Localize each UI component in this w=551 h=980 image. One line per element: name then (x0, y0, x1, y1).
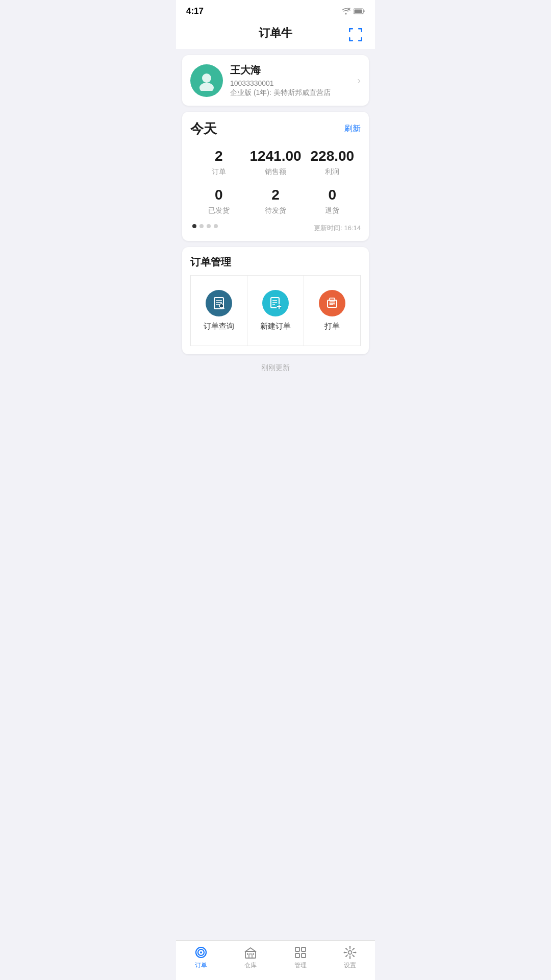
nav-item-warehouse[interactable]: 仓库 (226, 946, 276, 970)
page-dots (190, 224, 218, 228)
stats-row-2: 0 已发货 2 待发货 0 退货 (190, 187, 361, 215)
nav-warehouse-label: 仓库 (244, 961, 257, 970)
mgmt-item-new[interactable]: 新建订单 (247, 276, 304, 346)
nav-manage-label: 管理 (294, 961, 307, 970)
svg-rect-7 (349, 28, 350, 32)
new-order-icon (268, 296, 283, 310)
svg-rect-41 (295, 947, 299, 951)
nav-manage-icon (294, 946, 307, 959)
today-card: 今天 刷新 2 订单 1241.00 销售额 228.00 利润 0 已发货 (182, 112, 369, 241)
print-icon-bg (319, 290, 345, 316)
svg-point-14 (202, 74, 211, 83)
mgmt-item-print[interactable]: 打单 (304, 276, 361, 346)
stat-shipped-label: 已发货 (208, 206, 230, 215)
svg-rect-11 (349, 37, 350, 41)
order-management-title: 订单管理 (190, 255, 361, 269)
scan-button[interactable] (346, 26, 365, 44)
status-icons (341, 8, 365, 15)
nav-item-orders[interactable]: 订单 (176, 946, 226, 970)
wifi-icon (341, 8, 350, 15)
nav-orders-label: 订单 (195, 961, 207, 970)
warehouse-icon (244, 946, 257, 959)
status-time: 4:17 (186, 6, 204, 16)
stat-pending: 2 待发货 (247, 187, 304, 215)
today-title: 今天 (190, 120, 217, 138)
manage-icon (294, 946, 307, 959)
svg-point-36 (200, 951, 202, 953)
chevron-right-icon: › (357, 75, 361, 86)
stat-returns-label: 退货 (325, 206, 339, 215)
new-icon-bg (262, 290, 289, 316)
avatar (190, 64, 223, 97)
bottom-nav: 订单 仓库 管理 (176, 940, 375, 980)
today-header: 今天 刷新 (190, 120, 361, 138)
query-icon-bg (206, 290, 232, 316)
battery-icon (354, 8, 365, 14)
dot-4 (214, 224, 218, 228)
query-icon (212, 296, 226, 310)
stat-pending-value: 2 (271, 187, 280, 203)
stat-profit-value: 228.00 (311, 148, 355, 164)
user-name: 王大海 (230, 63, 350, 77)
nav-item-settings[interactable]: 设置 (325, 946, 375, 970)
user-id: 10033330001 (230, 79, 350, 87)
mgmt-new-label: 新建订单 (260, 322, 291, 331)
nav-warehouse-icon (244, 946, 257, 959)
dot-1 (192, 224, 196, 228)
dot-2 (199, 224, 204, 228)
svg-rect-42 (302, 947, 306, 951)
stat-returns-value: 0 (329, 187, 337, 203)
user-plan: 企业版 (1年): 美特斯邦威直营店 (230, 88, 350, 97)
mgmt-grid: 订单查询 新建订单 (190, 275, 361, 346)
stat-sales: 1241.00 销售额 (247, 148, 304, 177)
stats-row-1: 2 订单 1241.00 销售额 228.00 利润 (190, 148, 361, 177)
svg-rect-37 (245, 951, 256, 958)
main-content: 王大海 10033330001 企业版 (1年): 美特斯邦威直营店 › 今天 … (176, 49, 375, 433)
stat-orders-label: 订单 (212, 167, 226, 177)
nav-settings-label: 设置 (344, 961, 356, 970)
svg-rect-4 (355, 10, 362, 13)
refresh-button[interactable]: 刷新 (344, 124, 361, 134)
page-title: 订单牛 (259, 26, 292, 41)
stat-orders-value: 2 (215, 148, 223, 164)
mgmt-item-query[interactable]: 订单查询 (191, 276, 247, 346)
svg-line-21 (223, 307, 224, 308)
mgmt-print-label: 打单 (324, 322, 340, 331)
svg-rect-13 (361, 37, 363, 41)
header: 订单牛 (176, 20, 375, 49)
svg-point-15 (199, 83, 214, 91)
stat-profit: 228.00 利润 (304, 148, 361, 177)
svg-rect-38 (249, 954, 252, 958)
scan-icon (347, 27, 364, 43)
stat-shipped-value: 0 (215, 187, 223, 203)
svg-point-45 (348, 951, 352, 954)
settings-icon (343, 946, 357, 959)
stat-sales-label: 销售额 (265, 167, 286, 177)
update-time: 更新时间: 16:14 (314, 224, 361, 233)
stat-returns: 0 退货 (304, 187, 361, 215)
print-icon (325, 296, 339, 310)
dot-3 (207, 224, 211, 228)
stat-profit-label: 利润 (325, 167, 339, 177)
status-bar: 4:17 (176, 0, 375, 20)
svg-rect-5 (364, 10, 365, 12)
svg-rect-44 (302, 953, 306, 958)
stat-pending-label: 待发货 (265, 206, 286, 215)
stat-shipped: 0 已发货 (190, 187, 247, 215)
nav-settings-icon (343, 946, 357, 959)
stat-orders: 2 订单 (190, 148, 247, 177)
orders-icon (194, 946, 208, 959)
avatar-icon (196, 70, 217, 91)
nav-orders-icon (194, 946, 208, 959)
order-management-card: 订单管理 订单查询 (182, 247, 369, 354)
svg-rect-9 (361, 28, 363, 32)
mgmt-query-label: 订单查询 (204, 322, 234, 331)
svg-point-0 (345, 13, 347, 15)
nav-item-manage[interactable]: 管理 (276, 946, 325, 970)
last-updated: 刚刚更新 (182, 360, 369, 375)
svg-rect-43 (295, 953, 299, 958)
user-card[interactable]: 王大海 10033330001 企业版 (1年): 美特斯邦威直营店 › (182, 55, 369, 106)
stat-sales-value: 1241.00 (249, 148, 301, 164)
user-info: 王大海 10033330001 企业版 (1年): 美特斯邦威直营店 (230, 63, 350, 97)
